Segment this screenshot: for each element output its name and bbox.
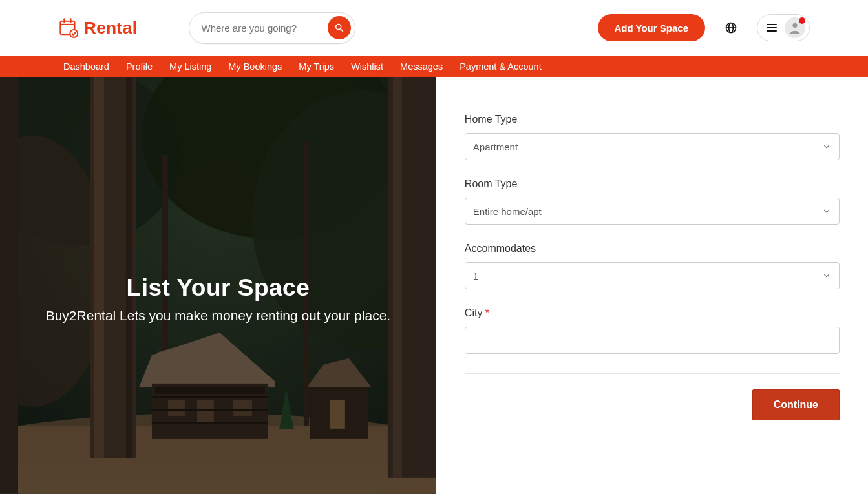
home-type-value: Apartment [473, 141, 518, 152]
continue-button[interactable]: Continue [752, 389, 840, 420]
brand-logo[interactable]: Rental [58, 17, 137, 39]
calendar-check-logo-icon [58, 17, 80, 39]
nav-my-trips[interactable]: My Trips [299, 61, 334, 72]
home-type-label: Home Type [465, 114, 840, 125]
hero-subtitle: Buy2Rental Lets you make money renting o… [46, 308, 390, 324]
nav-wishlist[interactable]: Wishlist [351, 61, 383, 72]
main-nav: Dashboard Profile My Listing My Bookings… [0, 56, 868, 77]
nav-messages[interactable]: Messages [400, 61, 443, 72]
nav-my-listing[interactable]: My Listing [169, 61, 211, 72]
add-your-space-button[interactable]: Add Your Space [598, 14, 705, 41]
city-label: City * [465, 307, 840, 319]
home-type-select[interactable]: Apartment [465, 133, 840, 160]
form-divider [465, 373, 840, 374]
city-input[interactable] [465, 327, 840, 354]
nav-payment-account[interactable]: Payment & Account [460, 61, 542, 72]
nav-profile[interactable]: Profile [126, 61, 153, 72]
chevron-down-icon [822, 271, 831, 280]
menu-icon [767, 24, 777, 32]
svg-line-6 [341, 29, 343, 31]
content-area: List Your Space Buy2Rental Lets you make… [0, 77, 868, 494]
hero-panel: List Your Space Buy2Rental Lets you make… [0, 77, 436, 494]
nav-my-bookings[interactable]: My Bookings [228, 61, 282, 72]
notification-dot-icon [799, 17, 805, 24]
chevron-down-icon [822, 207, 831, 216]
accommodates-label: Accommodates [465, 243, 840, 254]
globe-icon [725, 21, 737, 34]
chevron-down-icon [822, 142, 831, 151]
nav-dashboard[interactable]: Dashboard [63, 61, 109, 72]
svg-point-10 [792, 23, 797, 28]
profile-menu[interactable] [757, 14, 810, 41]
accommodates-value: 1 [473, 271, 478, 282]
room-type-select[interactable]: Entire home/apt [465, 198, 840, 225]
search-bar[interactable] [189, 12, 355, 44]
search-button[interactable] [328, 16, 351, 39]
required-indicator: * [485, 307, 489, 318]
listing-form: Home Type Apartment Room Type Entire hom… [436, 77, 868, 494]
top-header: Rental Add Your Space [0, 0, 868, 56]
language-button[interactable] [718, 15, 744, 41]
brand-name: Rental [84, 18, 137, 38]
search-icon [334, 23, 344, 33]
room-type-value: Entire home/apt [473, 206, 542, 217]
hero-title: List Your Space [46, 274, 390, 302]
room-type-label: Room Type [465, 178, 840, 190]
search-input[interactable] [201, 23, 328, 34]
accommodates-select[interactable]: 1 [465, 262, 840, 289]
hero-text: List Your Space Buy2Rental Lets you make… [33, 274, 403, 324]
